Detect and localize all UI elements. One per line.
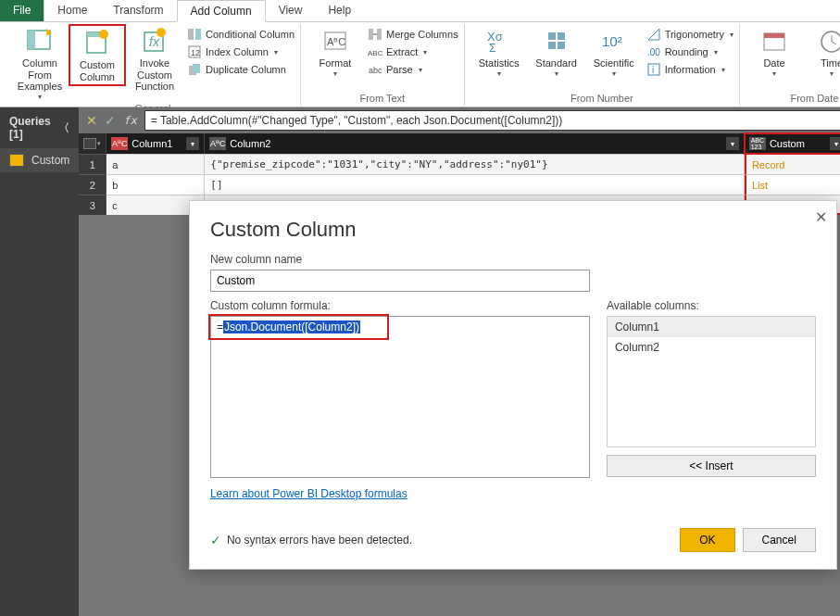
query-item-custom[interactable]: Custom [0, 148, 79, 172]
index-column-button[interactable]: 12Index Column [187, 44, 295, 59]
scientific-icon: 10² [599, 26, 629, 56]
svg-rect-8 [188, 29, 194, 40]
learn-link[interactable]: Learn about Power BI Desktop formulas [210, 487, 407, 500]
filter-dropdown-icon[interactable]: ▾ [186, 137, 199, 150]
time-icon [817, 26, 840, 56]
formula-selection: Json.Document([Column2]) [223, 321, 360, 333]
group-fromtext-label: From Text [307, 93, 458, 106]
standard-icon [542, 26, 571, 56]
formula-input[interactable]: = Table.AddColumn(#"Changed Type", "Cust… [144, 110, 840, 131]
merge-icon [368, 27, 382, 42]
available-column-item[interactable]: Column2 [608, 337, 815, 358]
svg-rect-16 [369, 29, 373, 40]
filter-dropdown-icon[interactable]: ▾ [830, 137, 840, 150]
available-column-item[interactable]: Column1 [608, 317, 815, 337]
svg-point-32 [821, 31, 840, 52]
format-button[interactable]: AᴮC Format [307, 24, 364, 80]
rounding-button[interactable]: .00Rounding [646, 44, 733, 59]
cancel-button[interactable]: Cancel [743, 528, 816, 552]
standard-button[interactable]: Standard [528, 24, 585, 80]
close-icon[interactable]: ✕ [815, 208, 827, 226]
invoke-function-icon: fx [140, 26, 169, 56]
svg-text:Σ: Σ [489, 42, 495, 54]
table-row[interactable]: 1a{"premise_zipcode":"1031","city":"NY",… [79, 154, 840, 174]
format-icon: AᴮC [320, 26, 350, 56]
row-number: 3 [79, 195, 107, 215]
conditional-icon [187, 27, 202, 42]
type-any-icon: ABC 123 [749, 137, 766, 150]
dialog-title: Custom Column [210, 218, 816, 242]
column-header-column2[interactable]: AᴮCColumn2▾ [205, 133, 745, 154]
svg-text:AᴮC: AᴮC [327, 36, 345, 47]
svg-text:abc: abc [369, 66, 382, 75]
cell[interactable]: b [107, 174, 205, 195]
available-columns-list: Column1 Column2 [607, 316, 816, 447]
group-fromdate-label: From Date & Time [746, 93, 840, 106]
check-icon: ✓ [210, 533, 221, 547]
index-icon: 12 [187, 44, 202, 59]
statistics-button[interactable]: XσΣStatistics [470, 24, 528, 80]
column-header-column1[interactable]: AᴮCColumn1▾ [107, 133, 205, 154]
svg-rect-1 [28, 31, 35, 49]
svg-text:ABC123: ABC123 [368, 49, 382, 57]
cell[interactable]: a [107, 154, 205, 174]
cell-custom[interactable]: List [745, 174, 840, 195]
invoke-custom-function-button[interactable]: fx Invoke Custom Function [126, 24, 183, 94]
table-row[interactable]: 2b[]List [79, 174, 840, 195]
syntax-status: ✓ No syntax errors have been detected. [210, 533, 412, 547]
new-column-name-input[interactable] [210, 270, 590, 292]
tab-home[interactable]: Home [44, 0, 100, 21]
cell-custom[interactable]: Record [745, 154, 840, 174]
svg-point-7 [157, 28, 166, 37]
custom-column-dialog: ✕ Custom Column New column name Custom c… [189, 200, 837, 570]
svg-rect-24 [548, 42, 556, 49]
conditional-column-button[interactable]: Conditional Column [187, 27, 295, 42]
rounding-icon: .00 [646, 44, 661, 59]
ok-button[interactable]: OK [680, 528, 734, 552]
date-button[interactable]: Date [746, 24, 803, 80]
fx-icon[interactable]: fx [123, 114, 136, 127]
ribbon: Column From Examples Custom Column fx In… [0, 22, 840, 107]
extract-icon: ABC123 [368, 44, 382, 59]
cell[interactable]: [] [205, 174, 745, 195]
available-columns-label: Available columns: [607, 299, 816, 312]
cancel-formula-icon[interactable]: ✕ [86, 113, 97, 128]
extract-button[interactable]: ABC123Extract [368, 44, 458, 59]
trigonometry-button[interactable]: Trigonometry [646, 27, 733, 42]
file-tab-label: File [13, 4, 31, 17]
new-column-name-label: New column name [210, 253, 816, 266]
svg-text:.00: .00 [647, 47, 660, 57]
column-from-examples-button[interactable]: Column From Examples [11, 24, 69, 103]
cell[interactable]: {"premise_zipcode":"1031","city":"NY","a… [205, 154, 745, 174]
scientific-button[interactable]: 10²Scientific [585, 24, 643, 80]
accept-formula-icon[interactable]: ✓ [105, 113, 116, 128]
tab-view[interactable]: View [266, 0, 316, 21]
formula-editor[interactable]: =Json.Document([Column2]) [210, 316, 590, 478]
svg-rect-31 [764, 33, 784, 38]
insert-button[interactable]: << Insert [607, 455, 816, 477]
parse-icon: abc [368, 62, 382, 77]
tab-add-column[interactable]: Add Column [177, 0, 266, 22]
formula-bar: ✕ ✓ fx = Table.AddColumn(#"Changed Type"… [79, 107, 840, 133]
svg-text:10²: 10² [602, 33, 622, 49]
collapse-queries-icon[interactable]: 〈 [58, 120, 69, 136]
trig-icon [646, 27, 661, 42]
formula-label: Custom column formula: [210, 299, 590, 312]
info-icon: i [646, 62, 661, 77]
svg-rect-17 [377, 29, 382, 40]
svg-rect-25 [558, 42, 565, 49]
tab-transform[interactable]: Transform [100, 0, 176, 21]
parse-button[interactable]: abcParse [368, 62, 458, 77]
custom-column-button[interactable]: Custom Column [69, 24, 126, 86]
merge-columns-button[interactable]: Merge Columns [368, 27, 458, 42]
column-header-custom[interactable]: ABC 123Custom▾ [745, 133, 840, 154]
duplicate-column-button[interactable]: Duplicate Column [187, 62, 295, 77]
queries-header: Queries [1] [9, 115, 58, 141]
information-button[interactable]: iInformation [646, 62, 733, 77]
time-button[interactable]: Time [803, 24, 840, 80]
file-tab[interactable]: File [0, 0, 44, 21]
select-all-corner[interactable]: ▾ [79, 133, 107, 154]
tab-help[interactable]: Help [315, 0, 364, 21]
svg-text:12: 12 [191, 48, 200, 57]
filter-dropdown-icon[interactable]: ▾ [726, 137, 739, 150]
